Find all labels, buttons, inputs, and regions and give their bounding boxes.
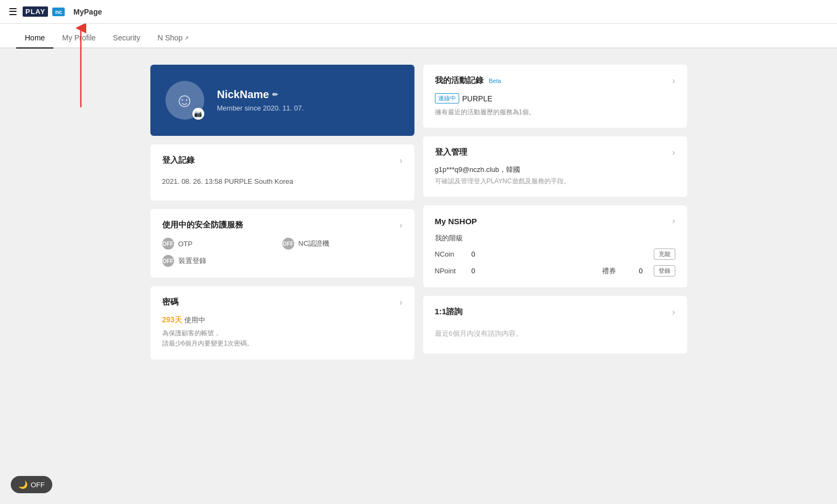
hamburger-icon[interactable]: ☰ (9, 6, 17, 18)
password-header: 密碼 › (162, 297, 403, 307)
consult-title: 1:1諮詢 (435, 307, 463, 317)
activity-header: 我的活動記錄 Beta › (435, 75, 675, 86)
password-arrow: › (399, 298, 402, 307)
login-record-card[interactable]: 登入記錄 › 2021. 08. 26. 13:58 PURPLE South … (150, 144, 414, 201)
otp-label: OTP (178, 240, 193, 248)
nshop-header: My NSHOP › (435, 216, 675, 226)
nc-auth-off-badge: OFF (282, 238, 294, 250)
nshop-arrow: › (672, 216, 675, 226)
nshop-content: 我的階級 NCoin 0 充能 NPoint 0 禮券 (435, 233, 675, 277)
charge-button[interactable]: 充能 (654, 248, 675, 260)
profile-card: ☺ 📷 NickName ✏ Member since 2020. 11. 07… (150, 65, 414, 136)
activity-title: 我的活動記錄 (435, 75, 483, 85)
login-record-arrow: › (399, 156, 402, 165)
avatar-wrapper: ☺ 📷 (165, 81, 204, 120)
security-services-arrow: › (399, 220, 402, 230)
password-days: 293天 (162, 315, 182, 324)
login-mgmt-card[interactable]: 登入管理 › g1p***q9@nczh.club，韓國 可確認及管理登入PLA… (423, 136, 687, 197)
password-content: 293天 使用中 為保護顧客的帳號，請最少6個月內要變更1次密碼。 (162, 315, 403, 349)
nshop-ncoin-row: NCoin 0 充能 (435, 248, 675, 260)
security-item-otp: OFF OTP (162, 238, 282, 250)
activity-description: 擁有最近的活動履歷的服務為1個。 (435, 108, 675, 117)
consult-description: 最近6個月內沒有諮詢內容。 (435, 325, 675, 343)
ncoin-label: NCoin (435, 250, 467, 258)
security-services-header: 使用中的安全防護服務 › (162, 220, 403, 230)
login-mgmt-desc: 可確認及管理登入PLAYNC遊戲及服務的手段。 (435, 177, 675, 186)
coupon-label: 禮券 (602, 266, 634, 276)
nshop-external-arrow: ↗ (184, 35, 189, 41)
consult-arrow: › (672, 307, 675, 317)
login-mgmt-email: g1p***q9@nczh.club，韓國 (435, 165, 675, 175)
nickname: NickName (217, 88, 269, 101)
password-desc: 為保護顧客的帳號，請最少6個月內要變更1次密碼。 (162, 328, 403, 349)
security-items: OFF OTP OFF NC認證機 OFF 裝置登錄 (162, 238, 403, 267)
activity-service-row: 連線中 PURPLE (435, 93, 675, 103)
nshop-tier-label: 我的階級 (435, 233, 675, 243)
consult-card[interactable]: 1:1諮詢 › 最近6個月內沒有諮詢內容。 (423, 296, 687, 354)
coupon-row: 禮券 0 登錄 (602, 265, 675, 277)
nav-item-home[interactable]: Home (16, 33, 53, 49)
login-mgmt-arrow: › (672, 148, 675, 157)
ncoin-value: 0 (472, 250, 475, 258)
member-since: Member since 2020. 11. 07. (217, 104, 304, 112)
security-services-card[interactable]: 使用中的安全防護服務 › OFF OTP OFF NC認證機 OFF 裝置登錄 (150, 209, 414, 278)
nshop-npoint-row: NPoint 0 禮券 0 登錄 (435, 265, 675, 277)
login-record-content: 2021. 08. 26. 13:58 PURPLE South Korea (162, 173, 403, 190)
nshop-title: My NSHOP (435, 217, 477, 226)
logo: PLAYnc MyPage (23, 6, 102, 17)
device-reg-label: 裝置登錄 (178, 256, 206, 266)
nav-item-nshop[interactable]: N Shop ↗ (149, 33, 197, 49)
dark-mode-label: OFF (31, 481, 45, 489)
nav-item-security[interactable]: Security (105, 33, 149, 49)
security-item-nc-auth: OFF NC認證機 (282, 238, 403, 250)
nav-item-my-profile[interactable]: My Profile (53, 33, 104, 49)
activity-service-name: PURPLE (462, 94, 493, 103)
logo-nc: nc (52, 8, 65, 16)
npoint-value: 0 (472, 267, 475, 275)
login-record-title: 登入記錄 (162, 155, 195, 165)
camera-button[interactable]: 📷 (192, 108, 204, 120)
device-reg-off-badge: OFF (162, 255, 174, 267)
topbar: ☰ PLAYnc MyPage (0, 0, 837, 24)
profile-info: NickName ✏ Member since 2020. 11. 07. (217, 88, 304, 112)
nshop-card[interactable]: My NSHOP › 我的階級 NCoin 0 充能 NPoint 0 (423, 205, 687, 287)
security-item-device-reg: OFF 裝置登錄 (162, 255, 282, 267)
password-using: 使用中 (184, 316, 205, 324)
moon-icon: 🌙 (18, 480, 27, 489)
logo-play: PLAY (23, 6, 48, 17)
activity-arrow: › (672, 76, 675, 86)
nickname-row: NickName ✏ (217, 88, 304, 101)
edit-nickname-icon[interactable]: ✏ (272, 91, 278, 99)
main-content: ☺ 📷 NickName ✏ Member since 2020. 11. 07… (0, 49, 837, 376)
otp-off-badge: OFF (162, 238, 174, 250)
col-left: ☺ 📷 NickName ✏ Member since 2020. 11. 07… (150, 65, 414, 360)
navbar: Home My Profile Security N Shop ↗ (0, 24, 837, 49)
topbar-title: MyPage (73, 8, 102, 16)
activity-card[interactable]: 我的活動記錄 Beta › 連線中 PURPLE 擁有最近的活動履歷的服務為1個… (423, 65, 687, 128)
npoint-label: NPoint (435, 267, 467, 275)
security-services-title: 使用中的安全防護服務 (162, 220, 243, 230)
login-mgmt-header: 登入管理 › (435, 147, 675, 157)
dark-mode-toggle[interactable]: 🌙 OFF (11, 476, 52, 493)
password-card[interactable]: 密碼 › 293天 使用中 為保護顧客的帳號，請最少6個月內要變更1次密碼。 (150, 286, 414, 360)
register-button[interactable]: 登錄 (654, 265, 675, 277)
col-right: 我的活動記錄 Beta › 連線中 PURPLE 擁有最近的活動履歷的服務為1個… (423, 65, 687, 360)
nc-auth-label: NC認證機 (299, 239, 330, 248)
password-title: 密碼 (162, 297, 178, 307)
activity-online-badge: 連線中 (435, 93, 459, 103)
consult-header: 1:1諮詢 › (435, 307, 675, 317)
coupon-value: 0 (639, 267, 642, 275)
beta-badge: Beta (489, 78, 501, 84)
login-mgmt-title: 登入管理 (435, 147, 467, 157)
activity-title-row: 我的活動記錄 Beta (435, 75, 501, 86)
login-record-header: 登入記錄 › (162, 155, 403, 165)
